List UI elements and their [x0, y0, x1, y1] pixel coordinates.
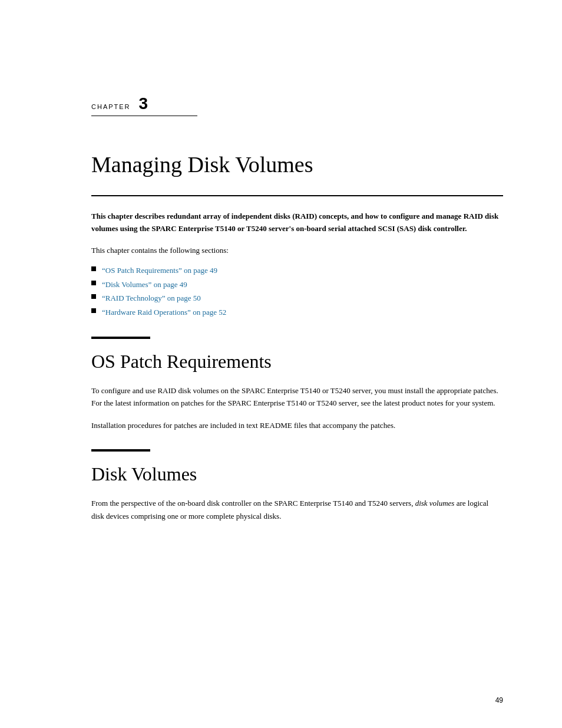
- os-patch-section: OS Patch Requirements To configure and u…: [91, 337, 503, 431]
- toc-item-4: “Hardware Raid Operations” on page 52: [91, 305, 503, 319]
- intro-paragraph-1: This chapter describes redundant array o…: [91, 210, 503, 235]
- section-divider-block-2: [91, 449, 503, 452]
- os-patch-paragraph-1: To configure and use RAID disk volumes o…: [91, 384, 503, 410]
- bullet-icon: [91, 294, 96, 299]
- toc-item-3: “RAID Technology” on page 50: [91, 291, 503, 305]
- toc-item-1: “OS Patch Requirements” on page 49: [91, 263, 503, 277]
- italic-term: disk volumes: [415, 499, 455, 508]
- bullet-icon: [91, 266, 96, 271]
- toc-list: “OS Patch Requirements” on page 49 “Disk…: [91, 263, 503, 319]
- chapter-header-wrapper: Chapter 3: [91, 94, 197, 116]
- content-area: Chapter 3 Managing Disk Volumes This cha…: [91, 0, 503, 522]
- toc-link-1[interactable]: “OS Patch Requirements” on page 49: [102, 263, 217, 277]
- chapter-label: Chapter: [91, 103, 131, 110]
- os-patch-paragraph-2: Installation procedures for patches are …: [91, 419, 503, 431]
- toc-link-4[interactable]: “Hardware Raid Operations” on page 52: [102, 305, 226, 319]
- disk-volumes-title: Disk Volumes: [91, 463, 503, 485]
- section-rule-2: [91, 449, 150, 452]
- toc-item-2: “Disk Volumes” on page 49: [91, 278, 503, 291]
- section-divider-block-1: [91, 337, 503, 339]
- toc-link-3[interactable]: “RAID Technology” on page 50: [102, 291, 201, 305]
- chapter-title-row: Chapter 3: [91, 94, 197, 113]
- title-divider: [91, 195, 503, 196]
- section-rule-1: [91, 337, 150, 339]
- os-patch-title: OS Patch Requirements: [91, 351, 503, 373]
- disk-volumes-paragraph-1: From the perspective of the on-board dis…: [91, 497, 503, 522]
- disk-volumes-section: Disk Volumes From the perspective of the…: [91, 449, 503, 522]
- bullet-icon: [91, 281, 96, 285]
- page: Chapter 3 Managing Disk Volumes This cha…: [0, 0, 562, 728]
- bullet-icon: [91, 308, 96, 313]
- chapter-header-line: [91, 116, 197, 116]
- page-number: 49: [495, 696, 503, 704]
- toc-link-2[interactable]: “Disk Volumes” on page 49: [102, 278, 187, 291]
- chapter-number: 3: [139, 94, 148, 113]
- intro-paragraph-2: This chapter contains the following sect…: [91, 245, 503, 257]
- page-title: Managing Disk Volumes: [91, 151, 503, 177]
- chapter-header: Chapter 3: [91, 94, 503, 116]
